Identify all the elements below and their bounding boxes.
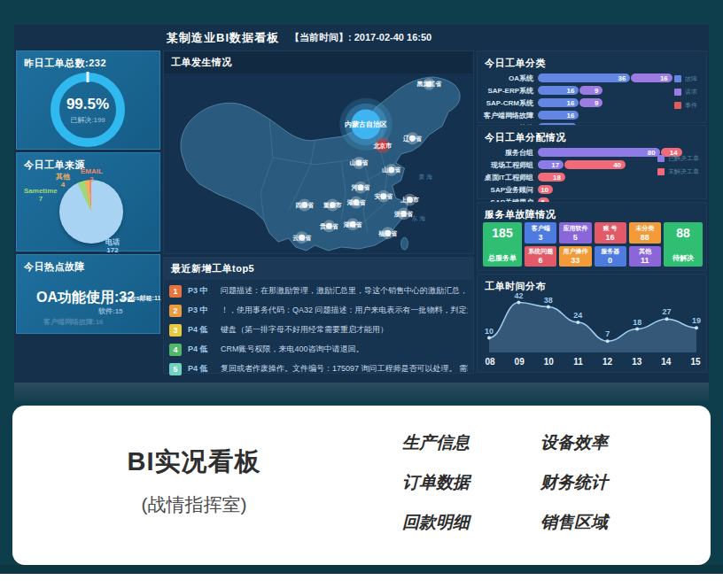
tile-value: 11 xyxy=(641,256,649,265)
tile-label: 其他 xyxy=(639,247,651,256)
card-menu-item[interactable]: 销售区域 xyxy=(505,512,643,533)
bar-segment: 36 xyxy=(538,74,630,82)
svg-text:北京市: 北京市 xyxy=(372,142,392,150)
bar-segment: 16 xyxy=(631,74,672,82)
bar-segment: 16 xyxy=(538,98,579,107)
svg-text:内蒙古自治区: 内蒙古自治区 xyxy=(345,120,387,128)
fault-tile[interactable]: 未分类 88 xyxy=(629,222,661,244)
classification-legend: 故障 请求 事件 xyxy=(674,74,697,110)
svg-text:38: 38 xyxy=(544,296,553,305)
china-map-svg: 内蒙古自治区北京市黑龙江省辽宁省山西省山东省河南省安徽省上海市四川省重庆市湖北省… xyxy=(165,70,472,252)
panel-ticket-source: 今日工单来源 EMAIL2 其他4 Sametime7 电话172 xyxy=(16,152,160,251)
top5-row[interactable]: 3 P4 低 键盘（第一排字母不好用经常需要重启才能用） xyxy=(169,322,468,337)
time-area-chart[interactable]: 104238247182719 xyxy=(480,292,704,356)
x-tick-label: 13 xyxy=(628,357,646,367)
donut-ring: 99.5% 已解决:199 xyxy=(51,73,125,147)
cloud-word: 客户端网络故障:16 xyxy=(43,317,104,327)
svg-text:重庆市: 重庆市 xyxy=(323,201,342,209)
classification-bar-chart[interactable]: OA系统3616SAP-ERP系统169SAP-CRM系统169客户端网络故障1… xyxy=(478,72,706,132)
tile-label: 应用软件 xyxy=(563,224,587,233)
bar-category-label: SAP业务顾问 xyxy=(481,185,538,195)
tile-value: 16 xyxy=(606,233,615,242)
panel-hotspot-faults: 今日热点故障 OA功能使用:32 Inotes邮箱:11 软件:15 客户端网络… xyxy=(16,254,160,334)
legend-label: 请求 xyxy=(685,88,697,97)
x-tick-label: 08 xyxy=(481,357,499,367)
bar-category-label: 服务台组 xyxy=(481,148,538,158)
fault-tile[interactable]: 系统问题 6 xyxy=(525,246,556,267)
panel-title: 服务单故障情况 xyxy=(478,203,706,223)
tile-value: 6 xyxy=(539,256,543,265)
priority-label: P3 中 xyxy=(188,285,214,297)
dashboard-title-bar: 某制造业BI数据看板 【当前时间】: 2017-02-40 16:50 xyxy=(167,25,431,50)
total-service-tile[interactable]: 185 总服务单 xyxy=(483,222,522,267)
svg-text:山东省: 山东省 xyxy=(382,166,401,174)
bar-category-label: 桌面IT工程师组 xyxy=(481,173,538,182)
legend-swatch xyxy=(657,168,665,175)
top5-row[interactable]: 4 P4 低 CRM账号权限，来电400咨询中请退回。 xyxy=(169,342,468,357)
svg-text:贵州省: 贵州省 xyxy=(319,222,339,230)
tile-value: 33 xyxy=(571,256,579,265)
assignment-legend: 已解决工单 未解决工单 xyxy=(657,154,699,176)
pie-label-phone: 电话172 xyxy=(105,238,120,254)
x-tick-label: 15 xyxy=(687,357,704,367)
bar-segment: 16 xyxy=(538,111,579,120)
svg-text:上海市: 上海市 xyxy=(400,196,419,204)
card-menu-item[interactable]: 设备效率 xyxy=(505,432,643,453)
panel-yesterday-total: 昨日工单总数:232 99.5% 已解决:199 xyxy=(16,50,160,150)
svg-text:湖北省: 湖北省 xyxy=(346,199,367,206)
svg-text:27: 27 xyxy=(663,307,672,316)
legend-label: 未解决工单 xyxy=(668,167,699,176)
fault-tile[interactable]: 账 号 16 xyxy=(595,222,626,244)
fault-word-cloud[interactable]: OA功能使用:32 Inotes邮箱:11 软件:15 客户端网络故障:16 xyxy=(17,255,159,333)
bar-segment: 16 xyxy=(538,86,579,95)
rank-badge: 5 xyxy=(169,363,182,375)
svg-text:辽宁省: 辽宁省 xyxy=(402,135,423,143)
source-pie-chart[interactable] xyxy=(59,180,123,244)
fault-tile[interactable]: 客户端 3 xyxy=(525,222,556,244)
card-title: BI实况看板 xyxy=(88,445,300,480)
legend-label: 事件 xyxy=(685,101,697,110)
fault-tile[interactable]: 服务器 0 xyxy=(595,246,626,267)
dashboard-bottom-fade xyxy=(14,383,709,404)
legend-swatch xyxy=(657,155,665,162)
top5-row[interactable]: 5 P4 低 复回或者作废操作。文件编号：175097 询问工程师是否可以处理。… xyxy=(169,361,468,376)
card-menu-item[interactable]: 财务统计 xyxy=(505,472,643,493)
priority-label: P4 低 xyxy=(188,324,214,336)
svg-text:四川省: 四川省 xyxy=(295,202,315,209)
panel-title: 今日工单分类 xyxy=(478,51,706,72)
legend-item: 故障 xyxy=(674,74,697,83)
card-menu-item[interactable]: 订单数据 xyxy=(367,472,505,493)
pending-tile[interactable]: 88 待解决 xyxy=(664,222,703,267)
legend-item: 已解决工单 xyxy=(657,154,699,163)
svg-text:湖南省: 湖南省 xyxy=(343,221,363,228)
pie-label-email: EMAIL2 xyxy=(81,167,103,183)
svg-text:黑龙江省: 黑龙江省 xyxy=(416,81,442,88)
fault-tile[interactable]: 其他 11 xyxy=(629,246,661,267)
ticket-description: ！，使用事务代码：QA32 问题描述：用户来电表示有一批物料，判定为不合格，在S… xyxy=(221,305,468,316)
x-tick-label: 10 xyxy=(540,357,557,367)
ticket-description: 问题描述：在那激励管理，激励汇总里，导这个销售中心的激励汇总，有个人（00040… xyxy=(221,285,468,297)
card-menu-item[interactable]: 回款明细 xyxy=(367,512,505,533)
cloud-word: Inotes邮箱:11 xyxy=(121,294,160,303)
top5-row[interactable]: 1 P3 中 问题描述：在那激励管理，激励汇总里，导这个销售中心的激励汇总，有个… xyxy=(169,283,468,298)
panel-ticket-map: 工单发生情况 内蒙古自治区北京市黑龙江省辽宁省山西省山东省河南省安徽省上海市四川… xyxy=(163,50,474,254)
legend-swatch xyxy=(674,89,681,96)
bar-row: SAP业务顾问10 xyxy=(481,185,701,194)
china-map[interactable]: 内蒙古自治区北京市黑龙江省辽宁省山西省山东省河南省安徽省上海市四川省重庆市湖北省… xyxy=(165,70,472,252)
rank-badge: 2 xyxy=(169,305,182,317)
svg-text:云南省: 云南省 xyxy=(292,235,312,242)
svg-text:7: 7 xyxy=(605,329,610,338)
fault-tile[interactable]: 用户操作 33 xyxy=(559,246,591,267)
resolution-donut-chart[interactable]: 99.5% 已解决:199 xyxy=(51,73,125,147)
dashboard-title: 某制造业BI数据看板 xyxy=(167,30,279,46)
legend-label: 故障 xyxy=(685,74,697,83)
card-menu-item[interactable]: 生产信息 xyxy=(367,432,505,453)
bar-category-label: 现场工程师组 xyxy=(481,160,538,170)
x-tick-label: 09 xyxy=(510,357,528,367)
ticket-description: 复回或者作废操作。文件编号：175097 询问工程师是否可以处理。 需联系：00… xyxy=(221,363,468,375)
fault-tile[interactable]: 应用软件 5 xyxy=(559,222,591,244)
top5-row[interactable]: 2 P3 中 ！，使用事务代码：QA32 问题描述：用户来电表示有一批物料，判定… xyxy=(169,303,468,318)
bar-category-label: SAP-CRM系统 xyxy=(481,98,538,108)
legend-swatch xyxy=(674,75,681,82)
bar-segment: 9 xyxy=(579,86,602,95)
